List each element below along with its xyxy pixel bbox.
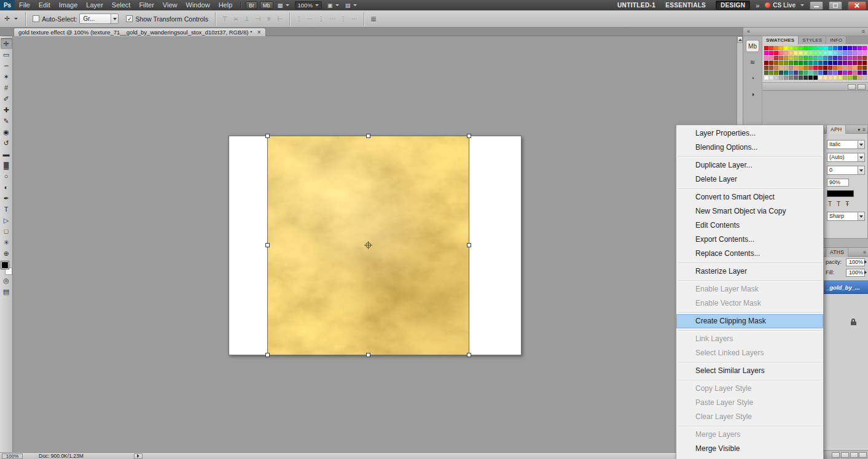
color-swatch[interactable]	[818, 46, 823, 50]
anti-alias-dropdown[interactable]: Sharp	[827, 212, 865, 221]
color-swatch[interactable]	[848, 56, 852, 60]
zoom-tool[interactable]: ⊕	[1, 248, 12, 259]
minimize-button[interactable]	[810, 1, 823, 10]
color-swatch[interactable]	[808, 56, 813, 60]
color-swatch[interactable]	[803, 56, 808, 60]
cs-live-button[interactable]: CS Live	[765, 2, 804, 9]
color-swatch[interactable]	[848, 66, 852, 70]
color-swatch[interactable]	[813, 71, 818, 75]
transform-reference-point[interactable]	[366, 242, 371, 248]
document-tab[interactable]: gold texture effect @ 100% (texture_71__…	[14, 28, 266, 36]
screen-mode-icon[interactable]: ▤	[342, 2, 360, 9]
color-swatch[interactable]	[848, 71, 852, 75]
color-swatch[interactable]	[808, 75, 813, 80]
tab-close-icon[interactable]: ×	[257, 29, 261, 36]
color-swatch[interactable]	[779, 66, 783, 70]
color-swatch[interactable]	[774, 66, 778, 70]
collapse-panels-icon[interactable]: «	[747, 28, 750, 34]
transform-handle-top-right[interactable]	[467, 134, 471, 138]
menu-item-create-clipping-mask[interactable]: Create Clipping Mask	[676, 314, 823, 328]
menu-item-select-similar-layers[interactable]: Select Similar Layers	[676, 364, 823, 378]
menu-window[interactable]: Window	[182, 0, 214, 10]
color-swatch[interactable]	[764, 66, 768, 70]
quick-mask-icon[interactable]: ◎	[1, 275, 12, 286]
color-swatch[interactable]	[838, 56, 842, 60]
color-swatch[interactable]	[848, 61, 852, 65]
status-flyout-button[interactable]	[134, 453, 143, 459]
color-swatch[interactable]	[818, 51, 823, 55]
color-swatch[interactable]	[779, 46, 783, 50]
link-layers-button[interactable]	[832, 452, 840, 458]
move-tool[interactable]: ✛	[1, 38, 12, 49]
color-swatch[interactable]	[799, 71, 803, 75]
menu-item-convert-to-smart-object[interactable]: Convert to Smart Object	[676, 190, 823, 204]
color-swatch[interactable]	[769, 51, 773, 55]
auto-select-scope-dropdown[interactable]: Gr...	[79, 14, 119, 24]
panel-menu-icon[interactable]: ≡	[862, 127, 866, 133]
menu-item-blending-options[interactable]: Blending Options...	[676, 141, 823, 155]
color-swatch[interactable]	[823, 51, 827, 55]
dodge-tool[interactable]: ◐	[1, 182, 12, 193]
menu-item-layer-properties[interactable]: Layer Properties...	[676, 126, 823, 141]
color-swatch[interactable]	[774, 46, 778, 50]
menu-item-flatten-image[interactable]: Flatten Image	[676, 456, 823, 459]
show-transform-controls-checkbox[interactable]: ✓Show Transform Controls	[126, 15, 208, 23]
strikethrough-icon[interactable]: Ŧ	[845, 201, 849, 208]
fill-field[interactable]: 100%	[846, 269, 865, 277]
transform-handle-middle-right[interactable]	[467, 243, 471, 247]
panel-collapse-icon[interactable]: ▾	[858, 127, 860, 133]
menu-layer[interactable]: Layer	[82, 0, 108, 10]
color-swatch[interactable]	[818, 56, 823, 60]
color-swatch[interactable]	[853, 71, 857, 75]
color-swatch[interactable]	[799, 66, 803, 70]
color-swatch[interactable]	[843, 56, 847, 60]
color-swatch[interactable]	[784, 56, 788, 60]
color-swatch[interactable]	[764, 46, 768, 50]
color-swatch[interactable]	[784, 71, 788, 75]
tab-info[interactable]: INFO	[826, 36, 846, 44]
color-swatch[interactable]	[833, 75, 837, 80]
color-swatch[interactable]	[799, 61, 803, 65]
color-swatch[interactable]	[794, 56, 798, 60]
photoshop-logo[interactable]: Ps	[0, 0, 15, 10]
lasso-tool[interactable]: ∽	[1, 60, 12, 71]
color-swatch[interactable]	[828, 71, 832, 75]
transform-handle-bottom-right[interactable]	[467, 353, 471, 357]
color-swatch[interactable]	[774, 56, 778, 60]
opacity-field[interactable]: 100%	[846, 258, 865, 266]
launch-minibridge-button[interactable]: Mb	[260, 1, 273, 9]
rectangular-marquee-tool[interactable]: ▭	[1, 49, 12, 60]
canvas-workarea[interactable]	[14, 36, 737, 452]
foreground-color-swatch[interactable]	[1, 261, 9, 269]
paragraph-tab[interactable]: APH	[826, 125, 846, 134]
color-swatch[interactable]	[789, 56, 793, 60]
transform-handle-bottom-left[interactable]	[265, 353, 270, 357]
tab-styles[interactable]: STYLES	[799, 36, 826, 44]
color-swatch[interactable]	[769, 56, 773, 60]
color-swatch[interactable]	[833, 56, 837, 60]
blur-tool[interactable]: ○	[1, 171, 12, 182]
color-swatch[interactable]	[784, 75, 788, 80]
eraser-tool[interactable]: ▬	[1, 148, 12, 160]
new-layer-button[interactable]	[850, 452, 858, 458]
color-swatch[interactable]	[843, 66, 847, 70]
auto-select-checkbox[interactable]: Auto-Select:	[33, 15, 77, 23]
workspace-essentials[interactable]: ESSENTIALS	[661, 1, 710, 9]
text-color-swatch[interactable]	[827, 190, 854, 197]
transform-handle-bottom-center[interactable]	[366, 353, 370, 357]
tab-swatches[interactable]: SWATCHES	[762, 36, 799, 44]
color-swatch[interactable]	[838, 75, 842, 80]
layer-style-button[interactable]	[841, 452, 849, 458]
color-swatch[interactable]	[823, 46, 827, 50]
color-swatch[interactable]	[808, 46, 813, 50]
color-swatch[interactable]	[862, 75, 867, 80]
color-swatch[interactable]	[858, 71, 862, 75]
menu-filter[interactable]: Filter	[135, 0, 158, 10]
document-canvas[interactable]	[229, 136, 522, 355]
color-swatch[interactable]	[818, 66, 823, 70]
color-swatch[interactable]	[789, 51, 793, 55]
color-swatch[interactable]	[803, 46, 808, 50]
color-swatch[interactable]	[813, 66, 818, 70]
menu-item-export-contents[interactable]: Export Contents...	[676, 233, 823, 247]
tracking-dropdown[interactable]: 0	[827, 166, 865, 175]
